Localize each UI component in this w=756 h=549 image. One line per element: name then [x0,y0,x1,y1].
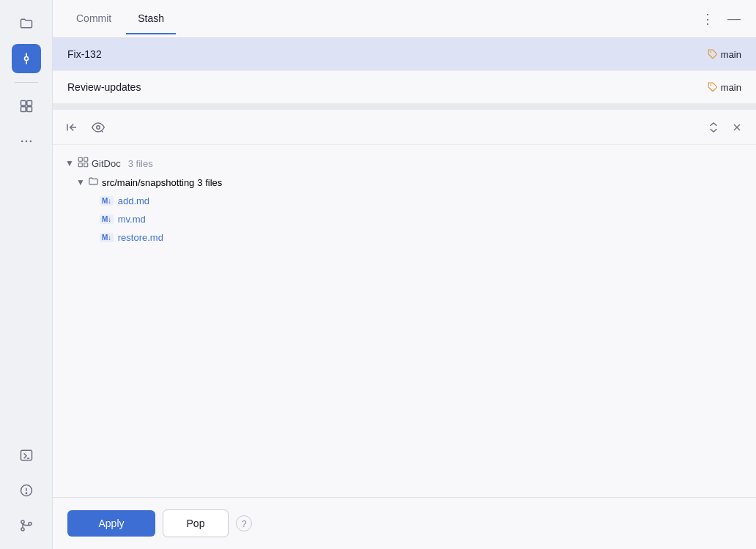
subgroup-name: src/main/snapshotting [102,177,194,188]
file-tree-left-actions [62,117,108,138]
pop-button[interactable]: Pop [163,509,229,537]
md-badge-0: M↓ [100,196,114,206]
svg-rect-4 [26,101,32,106]
chevron-subgroup[interactable]: ▼ [76,177,85,187]
file-tree-right-actions [703,117,747,138]
md-badge-2: M↓ [100,233,114,242]
tree-group-row-gitdoc[interactable]: ▼ GitDoc 3 files [53,154,756,173]
stash-item-branch-0: main [708,49,741,60]
sidebar-divider-1 [15,82,38,83]
gitdoc-name: GitDoc [92,158,121,169]
apply-button[interactable]: Apply [67,510,155,537]
sidebar-item-git[interactable] [12,511,41,540]
tree-group-gitdoc: ▼ GitDoc 3 files ▼ [53,151,756,250]
svg-point-9 [29,141,32,143]
section-divider [53,104,756,110]
file-name-0: add.md [118,195,149,206]
chevron-gitdoc[interactable]: ▼ [64,158,75,168]
file-name-2: restore.md [118,232,163,243]
file-name-1: mv.md [118,214,146,225]
tree-file-row-1[interactable]: M↓ mv.md [53,210,756,228]
tag-icon-1 [708,82,718,92]
svg-rect-5 [21,107,26,112]
sidebar-item-problems[interactable] [12,476,41,505]
bottom-action-bar: Apply Pop ? [53,497,756,549]
sidebar-item-terminal[interactable] [12,441,41,470]
svg-point-0 [24,57,28,61]
close-file-tree-button[interactable] [727,117,747,138]
stash-list: Fix-132 main Review-updates main [53,38,756,104]
svg-point-7 [21,141,23,143]
stash-item-1[interactable]: Review-updates main [53,71,756,104]
stash-item-name-1: Review-updates [67,81,141,93]
minimize-button[interactable]: — [724,9,744,29]
svg-point-23 [97,125,100,129]
file-tree-toolbar [53,110,756,145]
svg-rect-26 [78,157,82,161]
svg-rect-3 [21,101,26,106]
svg-rect-27 [84,157,88,161]
gitdoc-count: 3 files [128,158,153,169]
tab-commit[interactable]: Commit [64,4,123,34]
stash-item-branch-1: main [708,82,741,93]
sidebar-item-layout[interactable] [12,92,41,121]
stash-item-0[interactable]: Fix-132 main [53,38,756,71]
tab-actions: ⋮ — [697,9,744,29]
svg-point-15 [21,520,23,523]
sidebar-item-more[interactable] [12,127,41,156]
main-panel: Commit Stash ⋮ — Fix-132 main Review-upd… [53,0,756,549]
svg-point-8 [25,141,27,143]
svg-point-14 [26,493,26,493]
tabs-container: Commit Stash [64,4,697,34]
md-badge-1: M↓ [100,214,114,224]
expand-collapse-button[interactable] [703,117,724,138]
tab-bar: Commit Stash ⋮ — [53,0,756,38]
sidebar-item-vcs[interactable] [12,44,41,73]
help-icon[interactable]: ? [236,515,252,531]
tree-file-row-2[interactable]: M↓ restore.md [53,228,756,247]
folder-icon [88,176,99,189]
diff-apply-icon-button[interactable] [62,117,82,138]
svg-rect-28 [78,163,82,167]
svg-rect-29 [84,163,88,167]
svg-rect-6 [26,107,32,112]
stash-item-name-0: Fix-132 [67,48,102,60]
file-group-icon [78,157,89,170]
svg-point-16 [21,528,23,531]
sidebar-item-files[interactable] [12,9,41,38]
more-options-button[interactable]: ⋮ [697,9,718,29]
tag-icon-0 [708,49,718,59]
tab-stash[interactable]: Stash [126,4,176,34]
file-tree-content: ▼ GitDoc 3 files ▼ [53,145,756,497]
subgroup-count: 3 files [197,177,222,188]
tree-subgroup-row[interactable]: ▼ src/main/snapshotting 3 files [53,173,756,192]
preview-icon-button[interactable] [88,117,108,138]
tree-file-row-0[interactable]: M↓ add.md [53,192,756,210]
sidebar [0,0,53,549]
